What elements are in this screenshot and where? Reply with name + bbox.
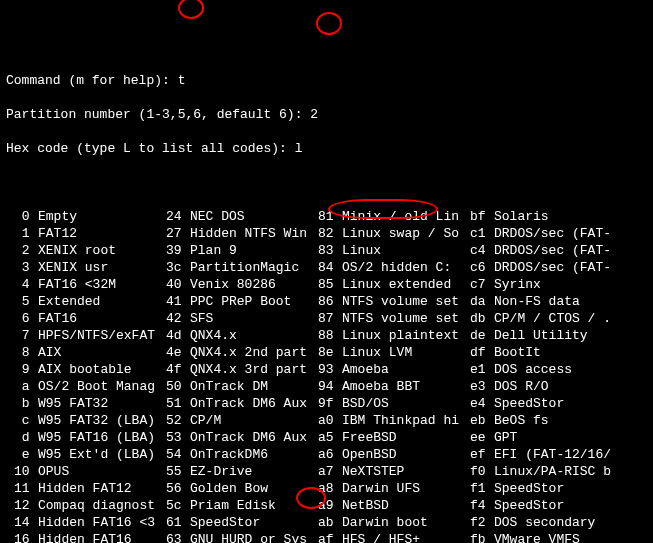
partition-type-code: 4 xyxy=(14,276,38,293)
partition-type-name: Plan 9 xyxy=(190,242,318,259)
partition-type-name: Hidden FAT16 <3 xyxy=(38,514,166,531)
partition-type-name: NEC DOS xyxy=(190,208,318,225)
partition-type-code: 51 xyxy=(166,395,190,412)
partition-type-table: 0Empty24NEC DOS81Minix / old LinbfSolari… xyxy=(6,208,647,543)
partition-type-code: a0 xyxy=(318,412,342,429)
partition-type-name: Syrinx xyxy=(494,276,541,293)
partition-type-code: 54 xyxy=(166,446,190,463)
partition-type-code: 61 xyxy=(166,514,190,531)
partition-type-code: 9 xyxy=(14,361,38,378)
partition-type-code: ab xyxy=(318,514,342,531)
partition-type-code: bf xyxy=(470,208,494,225)
partition-type-code: d xyxy=(14,429,38,446)
partition-type-name: CP/M / CTOS / . xyxy=(494,310,611,327)
partition-type-code: 40 xyxy=(166,276,190,293)
hex-prompt-1-val: l xyxy=(295,141,303,156)
hex-prompt-1-label: Hex code (type L to list all codes): xyxy=(6,141,295,156)
partition-type-name: BootIt xyxy=(494,344,541,361)
partition-type-code: b xyxy=(14,395,38,412)
partition-type-code: a6 xyxy=(318,446,342,463)
table-row: 16Hidden FAT1663GNU HURD or SysafHFS / H… xyxy=(6,531,647,543)
partition-type-name: Golden Bow xyxy=(190,480,318,497)
table-row: 0Empty24NEC DOS81Minix / old LinbfSolari… xyxy=(6,208,647,225)
partition-type-name: QNX4.x 3rd part xyxy=(190,361,318,378)
partition-type-code: f2 xyxy=(470,514,494,531)
partition-type-name: PartitionMagic xyxy=(190,259,318,276)
partition-type-code: c1 xyxy=(470,225,494,242)
partition-type-name: Hidden FAT16 xyxy=(38,531,166,543)
partition-type-code: 8 xyxy=(14,344,38,361)
partition-type-name: OS/2 hidden C: xyxy=(342,259,470,276)
partition-type-code: f0 xyxy=(470,463,494,480)
partition-type-name: DOS secondary xyxy=(494,514,595,531)
partition-type-code: eb xyxy=(470,412,494,429)
partition-type-code: 27 xyxy=(166,225,190,242)
partition-type-name: Priam Edisk xyxy=(190,497,318,514)
partition-type-code: 55 xyxy=(166,463,190,480)
partition-type-name: XENIX usr xyxy=(38,259,166,276)
partition-type-name: AIX xyxy=(38,344,166,361)
partition-type-name: Solaris xyxy=(494,208,549,225)
partition-type-name: SpeedStor xyxy=(494,497,564,514)
partition-type-code: 82 xyxy=(318,225,342,242)
partition-type-code: e4 xyxy=(470,395,494,412)
cmd-prompt-1-label: Command (m for help): xyxy=(6,73,178,88)
table-row: cW95 FAT32 (LBA)52CP/Ma0IBM Thinkpad hie… xyxy=(6,412,647,429)
partition-type-name: Linux plaintext xyxy=(342,327,470,344)
table-row: 14Hidden FAT16 <361SpeedStorabDarwin boo… xyxy=(6,514,647,531)
partition-prompt[interactable]: Partition number (1-3,5,6, default 6): 2 xyxy=(6,106,647,123)
partition-type-name: Dell Utility xyxy=(494,327,588,344)
partition-type-name: OnTrackDM6 xyxy=(190,446,318,463)
partition-type-code: ef xyxy=(470,446,494,463)
partition-type-code: f4 xyxy=(470,497,494,514)
partition-type-code: 84 xyxy=(318,259,342,276)
partition-type-code: 3c xyxy=(166,259,190,276)
partition-type-code: 52 xyxy=(166,412,190,429)
partition-type-code: 12 xyxy=(14,497,38,514)
table-row: eW95 Ext'd (LBA)54OnTrackDM6a6OpenBSDefE… xyxy=(6,446,647,463)
partition-type-name: Extended xyxy=(38,293,166,310)
hex-prompt-1[interactable]: Hex code (type L to list all codes): l xyxy=(6,140,647,157)
table-row: 12Compaq diagnost5cPriam Ediska9NetBSDf4… xyxy=(6,497,647,514)
partition-type-name: DRDOS/sec (FAT- xyxy=(494,259,611,276)
partition-type-code: c4 xyxy=(470,242,494,259)
partition-type-code: a9 xyxy=(318,497,342,514)
partition-type-name: Linux/PA-RISC b xyxy=(494,463,611,480)
partition-type-name: OnTrack DM xyxy=(190,378,318,395)
partition-type-code: 86 xyxy=(318,293,342,310)
table-row: 10OPUS55EZ-Drivea7NeXTSTEPf0Linux/PA-RIS… xyxy=(6,463,647,480)
partition-type-name: Linux extended xyxy=(342,276,470,293)
partition-type-code: e3 xyxy=(470,378,494,395)
partition-type-name: NetBSD xyxy=(342,497,470,514)
partition-type-name: PPC PReP Boot xyxy=(190,293,318,310)
partition-type-name: W95 FAT32 (LBA) xyxy=(38,412,166,429)
partition-type-code: 3 xyxy=(14,259,38,276)
partition-type-name: FreeBSD xyxy=(342,429,470,446)
partition-type-name: VMware VMFS xyxy=(494,531,580,543)
partition-type-name: BSD/OS xyxy=(342,395,470,412)
partition-type-code: 50 xyxy=(166,378,190,395)
partition-type-code: af xyxy=(318,531,342,543)
partition-prompt-val: 2 xyxy=(310,107,318,122)
partition-type-code: a5 xyxy=(318,429,342,446)
partition-type-code: 7 xyxy=(14,327,38,344)
partition-type-name: EFI (FAT-12/16/ xyxy=(494,446,611,463)
partition-type-name: OnTrack DM6 Aux xyxy=(190,429,318,446)
partition-type-code: 24 xyxy=(166,208,190,225)
partition-type-code: da xyxy=(470,293,494,310)
partition-type-code: 39 xyxy=(166,242,190,259)
cmd-prompt-1[interactable]: Command (m for help): t xyxy=(6,72,647,89)
partition-type-name: NeXTSTEP xyxy=(342,463,470,480)
partition-type-code: 9f xyxy=(318,395,342,412)
partition-type-name: OS/2 Boot Manag xyxy=(38,378,166,395)
partition-type-name: FAT16 <32M xyxy=(38,276,166,293)
partition-type-name: IBM Thinkpad hi xyxy=(342,412,470,429)
partition-type-name: Non-FS data xyxy=(494,293,580,310)
partition-type-name: Linux xyxy=(342,242,470,259)
partition-type-name: FAT16 xyxy=(38,310,166,327)
partition-type-name: DRDOS/sec (FAT- xyxy=(494,242,611,259)
partition-type-name: SpeedStor xyxy=(494,395,564,412)
partition-type-name: Darwin UFS xyxy=(342,480,470,497)
partition-type-name: DOS access xyxy=(494,361,572,378)
partition-type-code: 85 xyxy=(318,276,342,293)
